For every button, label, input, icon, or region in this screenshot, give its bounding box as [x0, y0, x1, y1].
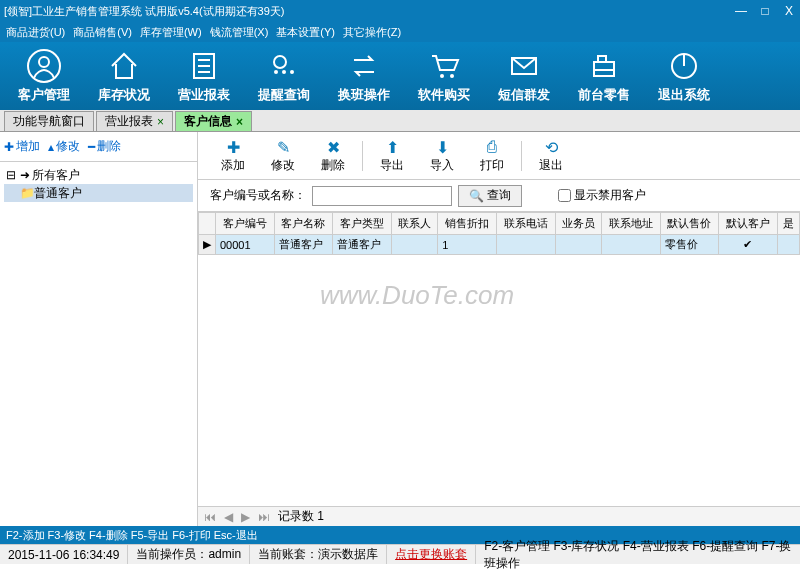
col-header-4[interactable]: 销售折扣	[438, 213, 497, 235]
svg-point-11	[450, 74, 454, 78]
grid-wrapper[interactable]: 客户编号客户名称客户类型联系人销售折扣联系电话业务员联系地址默认售价默认客户是 …	[198, 212, 800, 506]
tab-close-icon[interactable]: ×	[236, 115, 243, 129]
search-input[interactable]	[312, 186, 452, 206]
menu-item-3[interactable]: 钱流管理(X)	[210, 25, 269, 40]
cell: 普通客户	[333, 235, 392, 255]
tree-node-1[interactable]: 📁普通客户	[4, 184, 193, 202]
house-icon	[106, 48, 142, 84]
cell: 普通客户	[274, 235, 333, 255]
search-icon: 🔍	[469, 189, 484, 203]
action-del[interactable]: ✖删除	[308, 137, 358, 174]
col-header-9[interactable]: 默认客户	[719, 213, 778, 235]
del-icon: ✖	[323, 137, 343, 157]
exit2-icon: ⟲	[541, 137, 561, 157]
maximize-button[interactable]: □	[758, 4, 772, 18]
main-tool-exit[interactable]: 退出系统	[644, 48, 724, 104]
col-header-1[interactable]: 客户名称	[274, 213, 333, 235]
search-row: 客户编号或名称： 🔍查询 显示禁用客户	[198, 180, 800, 212]
content-area: ✚增加 ▴修改 ━删除 ⊟➜所有客户📁普通客户 ✚添加✎修改✖删除⬆导出⬇导入⎙…	[0, 132, 800, 526]
nav-prev-icon[interactable]: ◀	[224, 510, 233, 524]
menu-item-1[interactable]: 商品销售(V)	[73, 25, 132, 40]
action-exit2[interactable]: ⟲退出	[526, 137, 576, 174]
collapse-icon[interactable]: ⊟	[4, 168, 18, 182]
cell: 00001	[216, 235, 275, 255]
record-count-label: 记录数 1	[278, 508, 324, 525]
separator	[521, 141, 522, 171]
show-disabled-checkbox[interactable]: 显示禁用客户	[558, 187, 646, 204]
search-button[interactable]: 🔍查询	[458, 185, 522, 207]
action-print[interactable]: ⎙打印	[467, 137, 517, 174]
status-fkeys: F2-客户管理 F3-库存状况 F4-营业报表 F6-提醒查询 F7-换班操作	[476, 545, 800, 564]
col-header-10[interactable]: 是	[777, 213, 799, 235]
separator	[362, 141, 363, 171]
action-export[interactable]: ⬆导出	[367, 137, 417, 174]
main-tool-shift[interactable]: 换班操作	[324, 48, 404, 104]
menu-item-0[interactable]: 商品进货(U)	[6, 25, 65, 40]
category-tree: ⊟➜所有客户📁普通客户	[0, 162, 197, 206]
plus-icon: ✚	[4, 140, 14, 154]
cell	[496, 235, 555, 255]
tree-edit-button[interactable]: ▴修改	[48, 138, 80, 155]
menu-item-2[interactable]: 库存管理(W)	[140, 25, 202, 40]
left-toolbar: ✚增加 ▴修改 ━删除	[0, 132, 197, 162]
minimize-button[interactable]: —	[734, 4, 748, 18]
report-icon	[186, 48, 222, 84]
svg-point-7	[274, 70, 278, 74]
svg-point-6	[274, 56, 286, 68]
tab-close-icon[interactable]: ×	[157, 115, 164, 129]
window-title: [领智]工业生产销售管理系统 试用版v5.4(试用期还有39天)	[4, 4, 285, 19]
status-bar: 2015-11-06 16:34:49 当前操作员：admin 当前账套：演示数…	[0, 544, 800, 564]
menu-item-5[interactable]: 其它操作(Z)	[343, 25, 401, 40]
menu-item-4[interactable]: 基本设置(Y)	[276, 25, 335, 40]
main-tool-buy[interactable]: 软件购买	[404, 48, 484, 104]
col-header-3[interactable]: 联系人	[391, 213, 437, 235]
tab-0[interactable]: 功能导航窗口	[4, 111, 94, 131]
main-tool-stock[interactable]: 库存状况	[84, 48, 164, 104]
col-header-7[interactable]: 联系地址	[601, 213, 660, 235]
window-controls: — □ X	[734, 4, 796, 18]
col-header-6[interactable]: 业务员	[555, 213, 601, 235]
cell	[391, 235, 437, 255]
nav-next-icon[interactable]: ▶	[241, 510, 250, 524]
main-tool-sms[interactable]: 短信群发	[484, 48, 564, 104]
svg-point-8	[282, 70, 286, 74]
tree-add-button[interactable]: ✚增加	[4, 138, 40, 155]
table-row[interactable]: ▶00001普通客户普通客户1零售价✔	[199, 235, 800, 255]
nav-first-icon[interactable]: ⏮	[204, 510, 216, 524]
svg-point-10	[440, 74, 444, 78]
action-add[interactable]: ✚添加	[208, 137, 258, 174]
main-tool-biz-report[interactable]: 营业报表	[164, 48, 244, 104]
power-icon	[666, 48, 702, 84]
main-tool-remind[interactable]: 提醒查询	[244, 48, 324, 104]
status-operator: 当前操作员：admin	[128, 545, 250, 564]
close-button[interactable]: X	[782, 4, 796, 18]
register-icon	[586, 48, 622, 84]
status-switch-link[interactable]: 点击更换账套	[387, 545, 476, 564]
col-header-2[interactable]: 客户类型	[333, 213, 392, 235]
row-indicator-header	[199, 213, 216, 235]
print-icon: ⎙	[482, 137, 502, 157]
action-edit[interactable]: ✎修改	[258, 137, 308, 174]
tab-2[interactable]: 客户信息×	[175, 111, 252, 131]
swap-icon	[346, 48, 382, 84]
tab-1[interactable]: 营业报表×	[96, 111, 173, 131]
tree-node-0[interactable]: ⊟➜所有客户	[4, 166, 193, 184]
folder-icon: ➜	[18, 168, 32, 182]
minus-icon: ━	[88, 140, 95, 154]
menu-bar: 商品进货(U)商品销售(V)库存管理(W)钱流管理(X)基本设置(Y)其它操作(…	[0, 22, 800, 42]
search-label: 客户编号或名称：	[210, 187, 306, 204]
svg-rect-14	[598, 56, 606, 62]
main-tool-cust-mgmt[interactable]: 客户管理	[4, 48, 84, 104]
folder-icon: 📁	[20, 186, 34, 200]
col-header-0[interactable]: 客户编号	[216, 213, 275, 235]
main-tool-pos[interactable]: 前台零售	[564, 48, 644, 104]
nav-last-icon[interactable]: ⏭	[258, 510, 270, 524]
action-toolbar: ✚添加✎修改✖删除⬆导出⬇导入⎙打印⟲退出	[198, 132, 800, 180]
col-header-8[interactable]: 默认售价	[660, 213, 719, 235]
tree-del-button[interactable]: ━删除	[88, 138, 121, 155]
title-bar: [领智]工业生产销售管理系统 试用版v5.4(试用期还有39天) — □ X	[0, 0, 800, 22]
svg-point-9	[290, 70, 294, 74]
right-pane: ✚添加✎修改✖删除⬆导出⬇导入⎙打印⟲退出 客户编号或名称： 🔍查询 显示禁用客…	[198, 132, 800, 526]
col-header-5[interactable]: 联系电话	[496, 213, 555, 235]
action-import[interactable]: ⬇导入	[417, 137, 467, 174]
